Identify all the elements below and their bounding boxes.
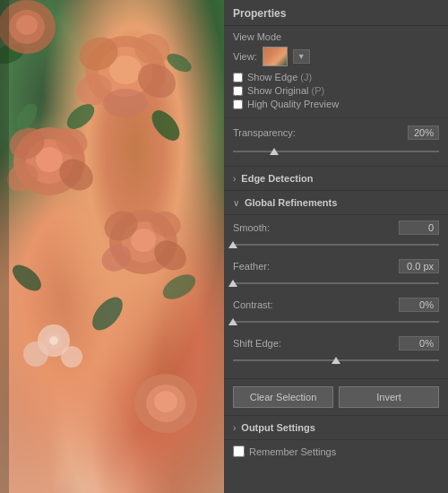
svg-rect-41 <box>0 0 9 493</box>
shift-edge-header: Shift Edge: 0% <box>233 336 439 350</box>
refinements-section: Smooth: 0 Feather: 0.0 px <box>224 215 448 379</box>
smooth-slider[interactable] <box>233 238 439 252</box>
svg-point-37 <box>154 391 177 412</box>
shift-edge-slider[interactable] <box>233 353 439 368</box>
svg-point-31 <box>61 346 82 368</box>
image-panel <box>0 0 224 493</box>
transparency-slider[interactable] <box>233 144 439 159</box>
view-text-label: View: <box>233 51 257 62</box>
contrast-header: Contrast: 0% <box>233 298 439 312</box>
smooth-label: Smooth: <box>233 222 270 233</box>
feather-track <box>233 282 439 284</box>
contrast-value[interactable]: 0% <box>399 298 439 312</box>
remember-settings-checkbox[interactable] <box>233 445 245 457</box>
svg-point-32 <box>87 291 129 335</box>
smooth-row: Smooth: 0 <box>233 221 439 252</box>
feather-label: Feather: <box>233 261 270 272</box>
shift-edge-thumb[interactable] <box>332 357 340 364</box>
svg-point-33 <box>8 260 46 296</box>
panel-title: Properties <box>224 0 448 26</box>
svg-point-29 <box>49 336 58 345</box>
buttons-row: Clear Selection Invert <box>224 379 448 416</box>
invert-button[interactable]: Invert <box>339 386 439 408</box>
transparency-value[interactable]: 20% <box>408 125 439 140</box>
contrast-slider[interactable] <box>233 315 439 329</box>
shift-edge-value[interactable]: 0% <box>399 336 439 350</box>
transparency-section: Transparency: 20% <box>224 118 448 167</box>
show-original-row: Show Original (P) <box>233 85 439 96</box>
svg-point-40 <box>16 15 38 35</box>
output-settings-title: Output Settings <box>241 422 315 433</box>
transparency-label: Transparency: <box>233 127 296 138</box>
view-mode-label: View Mode <box>233 31 439 42</box>
flower-overlay <box>0 0 224 493</box>
show-edge-checkbox[interactable] <box>233 73 243 82</box>
shift-edge-label: Shift Edge: <box>233 338 281 349</box>
feather-header: Feather: 0.0 px <box>233 259 439 273</box>
show-edge-label: Show Edge (J) <box>247 72 312 82</box>
shift-edge-track <box>233 359 439 361</box>
smooth-track <box>233 244 439 246</box>
remember-settings-row: Remember Settings <box>224 440 448 463</box>
smooth-header: Smooth: 0 <box>233 221 439 235</box>
view-mode-section: View Mode View: ▼ Show Edge (J) Show Ori… <box>224 26 448 118</box>
feather-value[interactable]: 0.0 px <box>399 259 439 273</box>
edge-detection-title: Edge Detection <box>241 173 313 184</box>
feather-slider[interactable] <box>233 276 439 290</box>
high-quality-label: High Quality Preview <box>247 99 339 109</box>
output-settings-arrow: › <box>233 423 236 433</box>
svg-point-30 <box>23 342 48 367</box>
smooth-thumb[interactable] <box>228 241 237 248</box>
show-original-checkbox[interactable] <box>233 86 243 96</box>
view-dropdown-arrow[interactable]: ▼ <box>293 49 310 64</box>
transparency-track <box>233 151 439 152</box>
global-refinements-arrow: ∨ <box>233 198 239 208</box>
show-original-label: Show Original (P) <box>247 85 324 96</box>
contrast-label: Contrast: <box>233 299 273 310</box>
svg-point-7 <box>103 89 148 117</box>
contrast-track <box>233 321 439 323</box>
edge-detection-header[interactable]: › Edge Detection <box>224 167 448 191</box>
remember-settings-label: Remember Settings <box>249 446 336 457</box>
transparency-thumb[interactable] <box>270 148 279 155</box>
svg-point-34 <box>159 269 200 304</box>
svg-point-17 <box>13 100 41 134</box>
high-quality-checkbox[interactable] <box>233 99 243 109</box>
global-refinements-header[interactable]: ∨ Global Refinements <box>224 191 448 215</box>
feather-thumb[interactable] <box>228 280 237 287</box>
clear-selection-button[interactable]: Clear Selection <box>233 386 333 408</box>
show-edge-row: Show Edge (J) <box>233 72 439 82</box>
view-row: View: ▼ <box>233 47 439 66</box>
edge-detection-arrow: › <box>233 174 236 184</box>
contrast-row: Contrast: 0% <box>233 298 439 329</box>
feather-row: Feather: 0.0 px <box>233 259 439 290</box>
high-quality-row: High Quality Preview <box>233 99 439 109</box>
output-settings-header[interactable]: › Output Settings <box>224 416 448 440</box>
smooth-value[interactable]: 0 <box>399 221 439 235</box>
contrast-thumb[interactable] <box>228 318 237 325</box>
svg-point-16 <box>147 106 185 146</box>
view-thumbnail[interactable] <box>263 47 288 66</box>
global-refinements-title: Global Refinements <box>245 197 337 208</box>
properties-panel: Properties View Mode View: ▼ Show Edge (… <box>224 0 448 493</box>
shift-edge-row: Shift Edge: 0% <box>233 336 439 368</box>
transparency-row: Transparency: 20% <box>233 125 439 140</box>
